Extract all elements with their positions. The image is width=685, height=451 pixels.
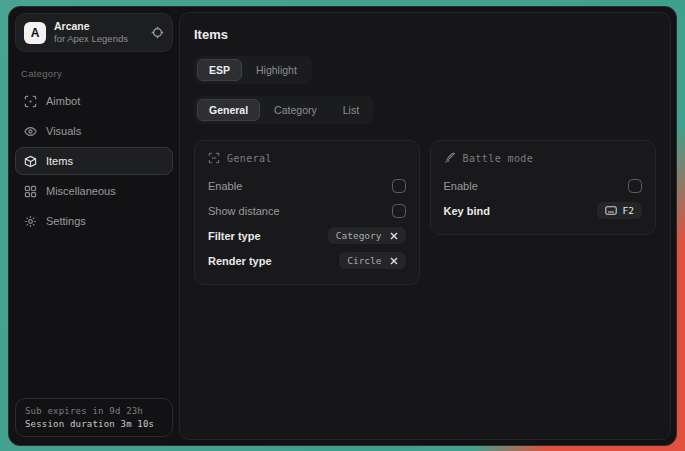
- setting-label: Enable: [208, 180, 242, 192]
- eye-icon: [24, 125, 37, 138]
- panel-title: Battle mode: [463, 153, 534, 164]
- sidebar-section-label: Category: [21, 68, 173, 79]
- sidebar-item-settings[interactable]: Settings: [15, 207, 173, 235]
- sidebar-item-miscellaneous[interactable]: Miscellaneous: [15, 177, 173, 205]
- render-type-select[interactable]: Circle: [339, 252, 405, 269]
- close-icon[interactable]: [390, 257, 398, 265]
- panel-header: Battle mode: [444, 152, 642, 164]
- battle-enable-checkbox[interactable]: [628, 179, 642, 193]
- keybind-value: F2: [623, 205, 634, 216]
- panel-title: General: [227, 153, 272, 164]
- sidebar-item-label: Items: [46, 155, 73, 167]
- crosshair-icon[interactable]: [151, 26, 164, 39]
- setting-label: Filter type: [208, 230, 261, 242]
- sidebar-item-aimbot[interactable]: Aimbot: [15, 87, 173, 115]
- setting-label: Render type: [208, 255, 272, 267]
- sidebar-nav: Aimbot Visuals: [15, 87, 173, 235]
- session-duration-text: Session duration 3m 10s: [25, 419, 163, 429]
- battle-mode-card: Battle mode Enable Key bind: [430, 140, 656, 235]
- gear-icon: [24, 215, 37, 228]
- setting-label: Enable: [444, 180, 478, 192]
- panel-header: General: [208, 152, 406, 164]
- main-panel: Items ESP Highlight General Category Lis…: [179, 12, 671, 440]
- enable-checkbox[interactable]: [392, 179, 406, 193]
- grid-icon: [24, 185, 37, 198]
- keybind-button[interactable]: F2: [597, 202, 642, 219]
- selected-value: Circle: [347, 255, 381, 266]
- setting-label: Show distance: [208, 205, 280, 217]
- setting-row-render-type: Render type Circle: [208, 248, 406, 273]
- app-window: A Arcane for Apex Legends Category: [8, 6, 677, 446]
- tab-general[interactable]: General: [197, 99, 260, 121]
- filter-type-select[interactable]: Category: [328, 227, 406, 244]
- sword-icon: [444, 152, 456, 164]
- setting-row-enable: Enable: [208, 173, 406, 198]
- page-title: Items: [194, 27, 656, 42]
- show-distance-checkbox[interactable]: [392, 204, 406, 218]
- package-icon: [24, 155, 37, 168]
- sidebar: A Arcane for Apex Legends Category: [9, 7, 177, 445]
- tab-list[interactable]: List: [331, 99, 371, 121]
- setting-row-filter-type: Filter type Category: [208, 223, 406, 248]
- primary-tab-group: ESP Highlight: [194, 56, 312, 84]
- selected-value: Category: [336, 230, 382, 241]
- tab-esp[interactable]: ESP: [197, 59, 242, 81]
- tab-category[interactable]: Category: [262, 99, 329, 121]
- sidebar-item-label: Settings: [46, 215, 86, 227]
- setting-row-enable: Enable: [444, 173, 642, 198]
- tab-highlight[interactable]: Highlight: [244, 59, 309, 81]
- crosshair-icon: [24, 95, 37, 108]
- app-meta: Arcane for Apex Legends: [54, 20, 128, 45]
- sub-expiry-text: Sub expires in 9d 23h: [25, 406, 163, 416]
- app-subtitle: for Apex Legends: [54, 33, 128, 45]
- app-header-card: A Arcane for Apex Legends: [15, 13, 173, 52]
- sidebar-item-label: Miscellaneous: [46, 185, 116, 197]
- sidebar-item-label: Aimbot: [46, 95, 80, 107]
- app-name: Arcane: [54, 20, 128, 33]
- sidebar-item-visuals[interactable]: Visuals: [15, 117, 173, 145]
- scan-icon: [208, 152, 220, 164]
- general-settings-card: General Enable Show distance Filter type…: [194, 140, 420, 285]
- secondary-tab-group: General Category List: [194, 96, 374, 124]
- close-icon[interactable]: [390, 232, 398, 240]
- app-logo: A: [24, 22, 46, 44]
- subscription-card: Sub expires in 9d 23h Session duration 3…: [15, 398, 173, 437]
- setting-row-show-distance: Show distance: [208, 198, 406, 223]
- setting-row-key-bind: Key bind F2: [444, 198, 642, 223]
- setting-label: Key bind: [444, 205, 490, 217]
- sidebar-item-items[interactable]: Items: [15, 147, 173, 175]
- keyboard-icon: [605, 206, 617, 215]
- sidebar-item-label: Visuals: [46, 125, 81, 137]
